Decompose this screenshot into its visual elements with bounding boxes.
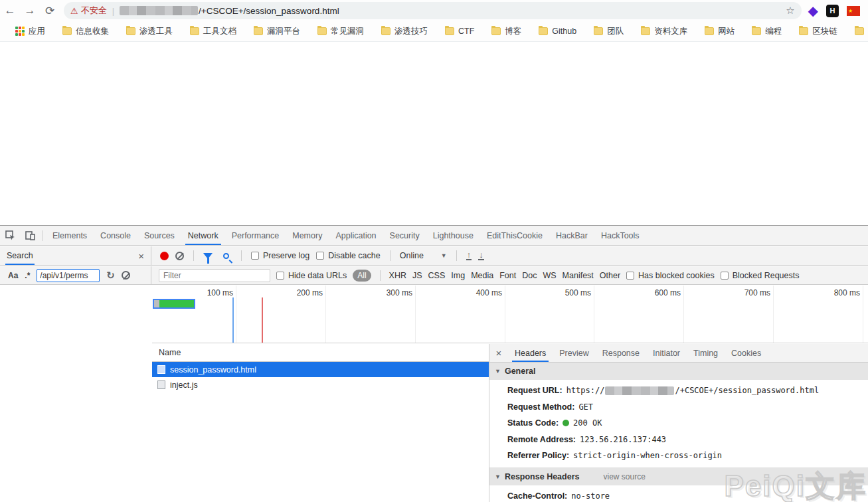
search-input[interactable]: [37, 269, 100, 282]
blocked-requests-checkbox[interactable]: Blocked Requests: [721, 271, 800, 280]
folder-icon: [539, 27, 548, 35]
bookmark-folder[interactable]: 临时: [846, 26, 868, 37]
tab-security[interactable]: Security: [383, 226, 426, 245]
bookmark-folder[interactable]: 网站: [696, 26, 743, 37]
close-search-icon[interactable]: ×: [138, 250, 144, 262]
filter-type-css[interactable]: CSS: [428, 271, 446, 280]
tab-hacktools[interactable]: HackTools: [594, 226, 646, 245]
tab-initiator[interactable]: Initiator: [646, 344, 687, 362]
bookmark-folder[interactable]: 漏洞平台: [245, 26, 309, 37]
hide-data-urls-checkbox[interactable]: Hide data URLs: [276, 271, 347, 280]
back-icon[interactable]: ←: [0, 2, 20, 19]
search-icon[interactable]: [223, 253, 229, 259]
bookmark-folder[interactable]: 工具文档: [181, 26, 245, 37]
checkbox-icon[interactable]: [626, 272, 634, 280]
clear-search-icon[interactable]: [122, 271, 130, 280]
device-toolbar-icon[interactable]: [20, 226, 40, 245]
bookmark-folder[interactable]: 编程: [743, 26, 790, 37]
tab-preview[interactable]: Preview: [553, 344, 595, 362]
bookmark-folder[interactable]: 资料文库: [632, 26, 696, 37]
bookmark-folder[interactable]: 区块链: [790, 26, 846, 37]
filter-icon[interactable]: [203, 253, 213, 259]
flag-extension-icon[interactable]: ★: [847, 6, 860, 16]
import-har-icon[interactable]: ↑: [466, 251, 472, 260]
export-har-icon[interactable]: ↓: [478, 251, 484, 260]
close-detail-icon[interactable]: ×: [489, 344, 508, 362]
bookmark-folder[interactable]: Github: [530, 27, 585, 36]
preserve-log-checkbox[interactable]: Preserve log: [251, 251, 309, 260]
filter-type-manifest[interactable]: Manifest: [563, 271, 594, 280]
tab-elements[interactable]: Elements: [46, 226, 94, 245]
view-source-button[interactable]: view source: [603, 472, 645, 481]
checkbox-icon[interactable]: [316, 252, 324, 260]
filter-type-img[interactable]: Img: [451, 271, 465, 280]
search-pane-title[interactable]: Search: [5, 247, 35, 264]
tab-memory[interactable]: Memory: [286, 226, 329, 245]
security-warning-label[interactable]: 不安全: [81, 5, 107, 17]
bookmark-folder[interactable]: 博客: [483, 26, 530, 37]
filter-type-all[interactable]: All: [353, 270, 371, 282]
record-button[interactable]: [160, 252, 169, 260]
bookmark-star-icon[interactable]: ☆: [786, 5, 794, 17]
has-blocked-cookies-checkbox[interactable]: Has blocked cookies: [626, 271, 715, 280]
diamond-extension-icon[interactable]: ◆: [808, 4, 818, 17]
filter-type-media[interactable]: Media: [471, 271, 493, 280]
filter-type-font[interactable]: Font: [499, 271, 516, 280]
bookmark-folder[interactable]: 渗透工具: [118, 26, 181, 37]
address-bar[interactable]: ⚠ 不安全 | /+CSCOE+/session_password.html ☆: [64, 2, 802, 19]
filter-type-js[interactable]: JS: [412, 271, 422, 280]
clear-requests-icon[interactable]: [175, 252, 184, 260]
tab-lighthouse[interactable]: Lighthouse: [426, 226, 480, 245]
checkbox-icon[interactable]: [276, 272, 284, 280]
general-section-header[interactable]: ▼ General: [489, 363, 868, 380]
bookmark-folder[interactable]: 团队: [585, 26, 632, 37]
network-overview-timeline[interactable]: 100 ms 200 ms 300 ms 400 ms 500 ms 600 m…: [152, 286, 868, 343]
regex-toggle[interactable]: .*: [25, 271, 30, 280]
tab-hackbar[interactable]: HackBar: [549, 226, 594, 245]
header-key: Request URL:: [507, 386, 563, 395]
name-column-header[interactable]: Name: [152, 344, 489, 362]
tab-sources[interactable]: Sources: [137, 226, 181, 245]
refresh-search-icon[interactable]: ↻: [106, 270, 115, 282]
filter-type-other[interactable]: Other: [600, 271, 620, 280]
checkbox-icon[interactable]: [721, 272, 729, 280]
bookmark-apps[interactable]: 应用: [7, 26, 54, 37]
filter-input[interactable]: [159, 269, 270, 282]
bookmark-folder[interactable]: 渗透技巧: [373, 26, 436, 37]
tab-application[interactable]: Application: [329, 226, 383, 245]
checkbox-icon[interactable]: [251, 252, 259, 260]
response-headers-section-header[interactable]: ▼ Response Headers view source: [489, 468, 868, 485]
tab-performance[interactable]: Performance: [225, 226, 286, 245]
security-warning-icon[interactable]: ⚠: [70, 6, 78, 16]
tab-editthiscookie[interactable]: EditThisCookie: [480, 226, 549, 245]
bookmark-folder[interactable]: 常见漏洞: [309, 26, 373, 37]
hackbar-extension-icon[interactable]: H: [826, 5, 839, 17]
inspect-element-icon[interactable]: [0, 226, 20, 245]
request-row-inject-js[interactable]: inject.js: [152, 377, 489, 392]
timeline-tick-label: 300 ms: [387, 288, 412, 297]
tab-console[interactable]: Console: [94, 226, 137, 245]
tab-headers[interactable]: Headers: [508, 344, 553, 362]
reload-icon[interactable]: ⟳: [40, 2, 60, 19]
tab-cookies[interactable]: Cookies: [725, 344, 768, 362]
tab-timing[interactable]: Timing: [687, 344, 725, 362]
forward-icon[interactable]: →: [20, 2, 40, 19]
bookmark-folder[interactable]: 信息收集: [54, 26, 118, 37]
network-toolbar-row: Search × Preserve log Disable cache Onli…: [0, 246, 868, 266]
tab-response[interactable]: Response: [596, 344, 646, 362]
bookmark-label: 渗透技巧: [394, 26, 428, 37]
throttling-dropdown[interactable]: Online▼: [400, 251, 447, 260]
address-url-text[interactable]: /+CSCOE+/session_password.html: [199, 6, 339, 16]
bookmark-folder[interactable]: CTF: [436, 27, 483, 36]
tab-network[interactable]: Network: [181, 226, 225, 245]
request-row-session-password[interactable]: session_password.html: [152, 362, 489, 377]
filter-type-doc[interactable]: Doc: [522, 271, 537, 280]
general-section-title: General: [505, 367, 536, 376]
filter-type-xhr[interactable]: XHR: [389, 271, 406, 280]
devtools-panel: Elements Console Sources Network Perform…: [0, 225, 868, 502]
filter-type-ws[interactable]: WS: [543, 271, 556, 280]
timeline-tick-label: 200 ms: [297, 288, 323, 297]
match-case-toggle[interactable]: Aa: [8, 271, 18, 280]
bookmark-label: 漏洞平台: [267, 26, 300, 37]
disable-cache-checkbox[interactable]: Disable cache: [316, 251, 381, 260]
